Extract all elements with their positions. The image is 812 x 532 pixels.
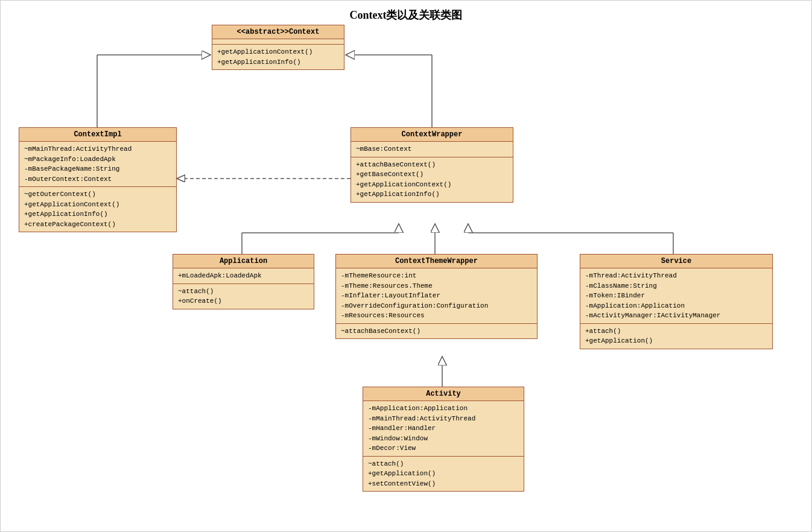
diagram-title: Context类以及关联类图: [1, 1, 811, 22]
class-service: Service -mThread:ActivityThread -mClassN…: [580, 254, 773, 349]
class-activity-fields: -mApplication:Application -mMainThread:A…: [363, 401, 524, 457]
class-activity: Activity -mApplication:Application -mMai…: [363, 387, 524, 492]
class-activity-methods: ~attach() +getApplication() +setContentV…: [363, 457, 524, 492]
class-context-methods: +getApplicationContext()+getApplicationI…: [212, 45, 344, 69]
class-contextwrapper-methods: +attachBaseContext() +getBaseContext() +…: [351, 157, 513, 202]
class-contextthemewrapper-fields: -mThemeResource:int -mTheme:Resources.Th…: [336, 268, 537, 324]
class-context-header: <<abstract>>Context: [212, 25, 344, 39]
class-contextimpl-header: ContextImpl: [19, 128, 176, 142]
class-application-header: Application: [173, 255, 314, 268]
class-contextimpl: ContextImpl ~mMainThread:ActivityThread …: [19, 127, 177, 232]
class-context-fields: [212, 39, 344, 45]
diagram-container: Context类以及关联类图: [0, 0, 812, 532]
class-context: <<abstract>>Context +getApplicationConte…: [212, 25, 344, 70]
class-service-fields: -mThread:ActivityThread -mClassName:Stri…: [580, 268, 772, 324]
class-application: Application +mLoadedApk:LoadedApk ~attac…: [173, 254, 314, 309]
class-service-header: Service: [580, 255, 772, 268]
class-service-methods: +attach() +getApplication(): [580, 324, 772, 349]
class-contextthemewrapper: ContextThemeWrapper -mThemeResource:int …: [335, 254, 538, 339]
class-contextwrapper-header: ContextWrapper: [351, 128, 513, 142]
class-application-fields: +mLoadedApk:LoadedApk: [173, 268, 314, 284]
class-contextwrapper: ContextWrapper ~mBase:Context +attachBas…: [350, 127, 513, 203]
class-contextimpl-methods: ~getOuterContext() +getApplicationContex…: [19, 187, 176, 232]
class-activity-header: Activity: [363, 387, 524, 401]
class-application-methods: ~attach() +onCreate(): [173, 284, 314, 309]
class-contextwrapper-fields: ~mBase:Context: [351, 142, 513, 157]
class-contextimpl-fields: ~mMainThread:ActivityThread ~mPackageInf…: [19, 142, 176, 187]
class-contextthemewrapper-methods: ~attachBaseContext(): [336, 324, 537, 339]
class-contextthemewrapper-header: ContextThemeWrapper: [336, 255, 537, 268]
